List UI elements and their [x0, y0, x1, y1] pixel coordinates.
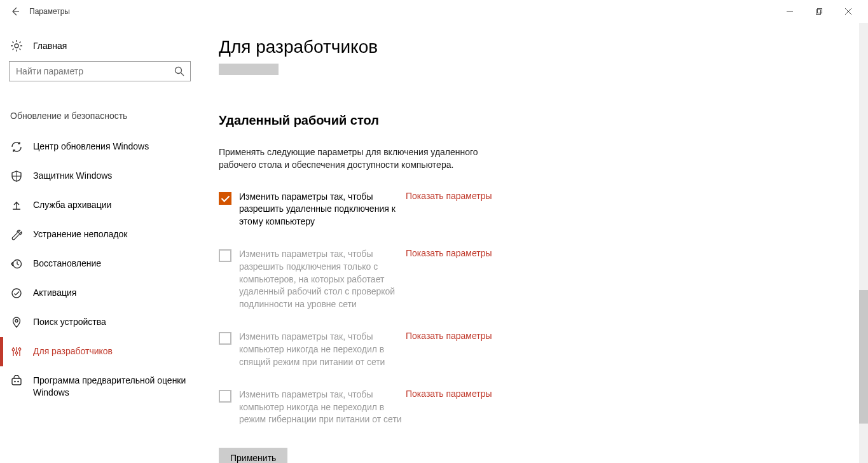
sidebar-item-label: Активация [33, 287, 76, 299]
search-input[interactable] [16, 66, 171, 76]
remote-desktop-heading: Удаленный рабочий стол [219, 113, 849, 128]
sidebar-item-label: Восстановление [33, 258, 101, 270]
svg-point-12 [15, 320, 18, 322]
svg-point-6 [176, 67, 182, 74]
apply-button[interactable]: Применить [219, 448, 287, 463]
svg-point-5 [15, 44, 18, 48]
upload-icon [10, 199, 23, 212]
svg-point-17 [15, 352, 18, 354]
sidebar-item-insider[interactable]: Программа предварительной оценки Windows [9, 366, 195, 407]
show-settings-link[interactable]: Показать параметры [406, 389, 492, 399]
minimize-icon [787, 8, 793, 15]
svg-point-21 [17, 381, 19, 383]
sidebar-item-label: Служба архивации [33, 199, 111, 211]
home-label: Главная [33, 41, 67, 51]
option-nla: Изменить параметры так, чтобы разрешить … [219, 248, 524, 310]
option-label: Изменить параметры так, чтобы компьютер … [239, 331, 406, 368]
option-label: Изменить параметры так, чтобы разрешить … [239, 191, 406, 228]
sidebar-item-update[interactable]: Центр обновления Windows [9, 132, 195, 162]
sidebar-item-defender[interactable]: Защитник Windows [9, 162, 195, 191]
show-settings-link[interactable]: Показать параметры [406, 191, 492, 201]
close-icon [845, 8, 851, 15]
history-icon [10, 258, 23, 270]
svg-point-16 [12, 349, 15, 351]
svg-rect-19 [12, 378, 21, 385]
remote-desktop-desc: Применять следующие параметры для включе… [219, 146, 499, 172]
content-area: Для разработчиков Удаленный рабочий стол… [203, 23, 868, 463]
home-nav[interactable]: Главная [9, 37, 195, 61]
sidebar-item-label: Поиск устройства [33, 316, 106, 328]
developers-icon [10, 345, 23, 358]
svg-rect-2 [818, 9, 822, 13]
back-arrow-icon [10, 6, 20, 17]
sidebar-item-label: Центр обновления Windows [33, 141, 149, 153]
sidebar-item-activation[interactable]: Активация [9, 279, 195, 308]
sidebar-item-label: Для разработчиков [33, 345, 113, 357]
svg-point-11 [12, 289, 21, 298]
page-title: Для разработчиков [219, 37, 849, 57]
maximize-button[interactable] [804, 1, 834, 22]
option-label: Изменить параметры так, чтобы разрешить … [239, 248, 406, 310]
svg-point-18 [18, 348, 21, 350]
window-title: Параметры [29, 7, 70, 16]
scrollbar-thumb[interactable] [859, 290, 868, 424]
gear-icon [10, 39, 23, 52]
option-no-sleep: Изменить параметры так, чтобы компьютер … [219, 331, 524, 368]
search-box[interactable] [9, 61, 191, 81]
svg-rect-1 [816, 10, 821, 15]
sidebar-item-troubleshoot[interactable]: Устранение неполадок [9, 220, 195, 249]
sidebar-item-backup[interactable]: Служба архивации [9, 191, 195, 220]
wrench-icon [10, 228, 23, 241]
option-label: Изменить параметры так, чтобы компьютер … [239, 389, 406, 426]
sync-icon [10, 141, 23, 153]
checkbox[interactable] [219, 332, 231, 345]
location-icon [10, 316, 23, 329]
vertical-scrollbar[interactable] [859, 23, 868, 463]
option-no-hibernate: Изменить параметры так, чтобы компьютер … [219, 389, 524, 426]
show-settings-link[interactable]: Показать параметры [406, 331, 492, 341]
sidebar-item-find-device[interactable]: Поиск устройства [9, 308, 195, 337]
sidebar: Главная Обновление и безопасность Центр … [0, 23, 203, 463]
option-remote-connections: Изменить параметры так, чтобы разрешить … [219, 191, 524, 228]
shield-icon [10, 170, 23, 183]
maximize-icon [816, 8, 822, 15]
search-icon [174, 66, 185, 79]
sidebar-section-header: Обновление и безопасность [9, 111, 195, 121]
back-button[interactable] [5, 1, 25, 22]
insider-icon [10, 375, 23, 387]
sidebar-item-recovery[interactable]: Восстановление [9, 249, 195, 279]
checkbox[interactable] [219, 192, 231, 205]
sidebar-item-label: Защитник Windows [33, 170, 112, 182]
svg-point-20 [14, 381, 16, 383]
partial-button[interactable] [219, 64, 279, 75]
close-button[interactable] [834, 1, 863, 22]
svg-line-7 [181, 73, 184, 76]
sidebar-item-label: Программа предварительной оценки Windows [33, 375, 195, 399]
show-settings-link[interactable]: Показать параметры [406, 248, 492, 258]
sidebar-item-label: Устранение неполадок [33, 228, 127, 240]
checkbox[interactable] [219, 249, 231, 262]
sidebar-item-developers[interactable]: Для разработчиков [9, 337, 195, 366]
check-circle-icon [10, 287, 23, 300]
checkbox[interactable] [219, 390, 231, 403]
minimize-button[interactable] [775, 1, 804, 22]
